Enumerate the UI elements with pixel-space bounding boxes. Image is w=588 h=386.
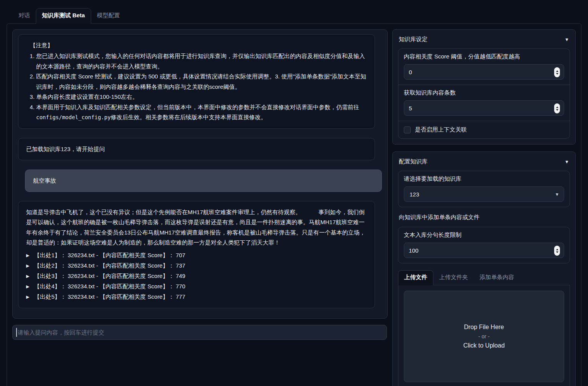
sentence-size-form: 文本入库分句长度限制	[398, 227, 570, 263]
number-spinner-icon[interactable]	[554, 67, 560, 77]
topk-row: 获取知识库内容条数	[398, 85, 570, 121]
source-item-4[interactable]: ▶ 【出处4】： 326234.txt - 【内容匹配相关度 Score】： 7…	[26, 281, 367, 292]
tab-model-config[interactable]: 模型配置	[91, 8, 126, 23]
tab-dialog[interactable]: 对话	[13, 8, 36, 23]
app-root: 对话 知识库测试 Beta 模型配置 【注意】 您已进入知识库测试模式，您输入的…	[0, 0, 588, 386]
notice-item: 本界面用于知识入库及知识匹配相关参数设定，但当前版本中，本界面中修改的参数并不会…	[36, 102, 367, 123]
chat-column: 【注意】 您已进入知识库测试模式，您输入的任何对话内容都将用于进行知识库查询，并…	[12, 29, 388, 384]
source-item-5[interactable]: ▶ 【出处5】： 326234.txt - 【内容匹配相关度 Score】： 7…	[26, 292, 367, 302]
source-item-1[interactable]: ▶ 【出处1】： 326234.txt - 【内容匹配相关度 Score】： 7…	[26, 250, 367, 261]
sentence-size-input[interactable]	[409, 247, 551, 254]
topk-label: 获取知识库内容条数	[404, 89, 564, 96]
kb-select-form: 请选择要加载的知识库 123 ▾	[398, 171, 570, 207]
context-link-label: 是否启用上下文关联	[415, 126, 467, 133]
topk-input[interactable]	[409, 105, 551, 111]
dropzone-or: - or -	[478, 333, 490, 339]
dropzone-title: Drop File Here	[464, 324, 504, 331]
dropzone-click: Click to Upload	[463, 342, 505, 349]
settings-column: 知识库设定 ▼ 内容相关度 Score 阈值，分值越低匹配度越高 获取知识库内容…	[392, 29, 576, 384]
number-spinner-icon[interactable]	[554, 103, 560, 113]
kb-settings-header[interactable]: 知识库设定 ▼	[398, 35, 570, 48]
notice-item: 您已进入知识库测试模式，您输入的任何对话内容都将用于进行知识库查询，并仅输出知识…	[36, 51, 367, 72]
expand-arrow-icon: ▶	[26, 281, 29, 291]
upload-tab-bar: 上传文件 上传文件夹 添加单条内容	[398, 270, 570, 285]
tab-panel: 【注意】 您已进入知识库测试模式，您输入的任何对话内容都将用于进行知识库查询，并…	[7, 23, 581, 386]
kb-select-value: 123	[410, 191, 419, 198]
kb-config-accordion: 配置知识库 ▼ 请选择要加载的知识库 123 ▾ 向知识库中添加单条内容或文件	[392, 151, 576, 386]
query-input-wrap	[12, 325, 388, 340]
expand-arrow-icon: ▶	[26, 271, 29, 281]
kb-config-title: 配置知识库	[399, 158, 428, 165]
answer-text: 知道是导弹击中飞机了，这个已没有异议；但是这个先例能否在MH17航班空难案件审理…	[26, 207, 367, 248]
notice-list: 您已进入知识库测试模式，您输入的任何对话内容都将用于进行知识库查询，并仅输出知识…	[26, 51, 367, 123]
kb-settings-form: 内容相关度 Score 阈值，分值越低匹配度越高 获取知识库内容条数	[398, 48, 570, 139]
file-dropzone[interactable]: Drop File Here - or - Click to Upload	[404, 291, 564, 382]
bot-message-notice: 【注意】 您已进入知识库测试模式，您输入的任何对话内容都将用于进行知识库查询，并…	[18, 34, 375, 129]
source-line: 【出处4】： 326234.txt - 【内容匹配相关度 Score】： 770	[34, 281, 185, 291]
kb-select-row: 请选择要加载的知识库 123 ▾	[398, 171, 570, 207]
score-threshold-input-box	[404, 64, 564, 80]
expand-arrow-icon: ▶	[26, 261, 29, 271]
notice-item: 单条内容长度建议设置在100-150左右。	[36, 92, 367, 102]
tab-upload-folder[interactable]: 上传文件夹	[433, 271, 474, 285]
notice-title: 【注意】	[26, 40, 367, 50]
caret-down-icon: ▾	[556, 191, 558, 197]
sentence-size-row: 文本入库分句长度限制	[398, 227, 570, 263]
kb-select-dropdown[interactable]: 123 ▾	[404, 186, 564, 202]
upload-tab-panel: Drop File Here - or - Click to Upload 上传…	[398, 285, 570, 386]
notice-item: 匹配内容相关度 Score 经测试，建议设置为 500 或更低，具体设置情况请结…	[36, 72, 367, 92]
source-line: 【出处2】： 326234.txt - 【内容匹配相关度 Score】： 737	[34, 261, 185, 271]
score-threshold-input[interactable]	[409, 69, 551, 75]
sentence-size-input-box	[404, 243, 564, 258]
source-line: 【出处1】： 326234.txt - 【内容匹配相关度 Score】： 707	[34, 250, 185, 260]
bot-message-loaded: 已加载知识库123，请开始提问	[18, 138, 375, 160]
query-input[interactable]	[12, 325, 387, 340]
tab-kb-test[interactable]: 知识库测试 Beta	[36, 8, 91, 24]
tab-add-single-content[interactable]: 添加单条内容	[474, 271, 520, 285]
context-link-checkbox[interactable]	[404, 126, 411, 133]
chatbot[interactable]: 【注意】 您已进入知识库测试模式，您输入的任何对话内容都将用于进行知识库查询，并…	[12, 29, 388, 319]
source-line: 【出处5】： 326234.txt - 【内容匹配相关度 Score】： 777	[34, 292, 185, 302]
topk-input-box	[404, 100, 564, 116]
bot-message-answer: 知道是导弹击中飞机了，这个已没有异议；但是这个先例能否在MH17航班空难案件审理…	[18, 201, 375, 308]
source-item-2[interactable]: ▶ 【出处2】： 326234.txt - 【内容匹配相关度 Score】： 7…	[26, 261, 367, 271]
chevron-down-icon: ▼	[565, 37, 569, 42]
expand-arrow-icon: ▶	[26, 292, 29, 302]
tab-upload-file[interactable]: 上传文件	[398, 270, 433, 285]
kb-settings-title: 知识库设定	[399, 36, 428, 43]
kb-config-header[interactable]: 配置知识库 ▼	[398, 157, 570, 171]
source-item-3[interactable]: ▶ 【出处3】： 326234.txt - 【内容匹配相关度 Score】： 7…	[26, 271, 367, 281]
expand-arrow-icon: ▶	[26, 250, 29, 260]
chevron-down-icon: ▼	[565, 159, 569, 165]
kb-select-label: 请选择要加载的知识库	[404, 175, 564, 183]
score-threshold-row: 内容相关度 Score 阈值，分值越低匹配度越高	[398, 49, 570, 85]
number-spinner-icon[interactable]	[554, 246, 560, 256]
add-content-label: 向知识库中添加单条内容或文件	[399, 214, 569, 221]
kb-settings-accordion: 知识库设定 ▼ 内容相关度 Score 阈值，分值越低匹配度越高 获取知识库内容…	[392, 29, 576, 145]
source-line: 【出处3】： 326234.txt - 【内容匹配相关度 Score】： 749	[34, 271, 185, 281]
text-cursor	[16, 328, 17, 337]
top-tab-bar: 对话 知识库测试 Beta 模型配置	[7, 7, 581, 23]
user-message: 航空事故	[25, 170, 382, 192]
score-threshold-label: 内容相关度 Score 阈值，分值越低匹配度越高	[404, 53, 564, 60]
sentence-size-label: 文本入库分句长度限制	[404, 231, 564, 239]
context-link-row: 是否启用上下文关联	[398, 121, 570, 138]
config-file-path: configs/model_config.py	[36, 114, 111, 120]
